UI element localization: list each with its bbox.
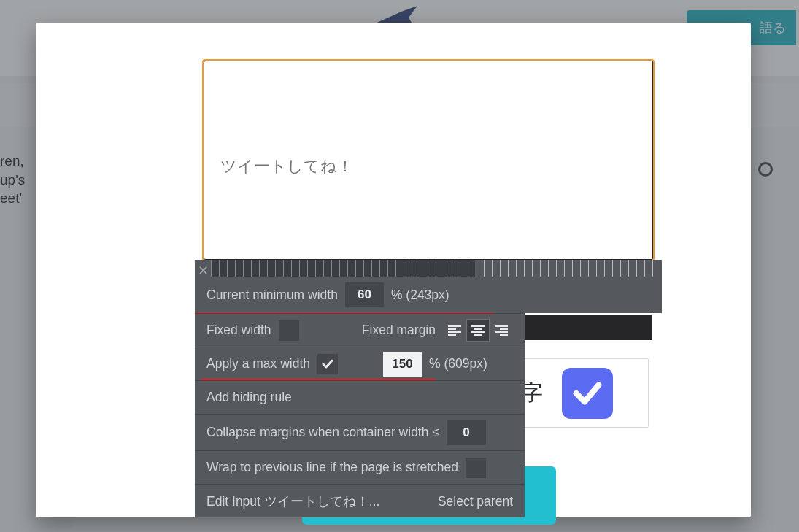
check-icon xyxy=(571,377,604,410)
row-wrap-previous: Wrap to previous line if the page is str… xyxy=(195,450,525,484)
max-width-suffix: % (609px) xyxy=(429,356,487,371)
row-add-hiding-rule[interactable]: Add hiding rule xyxy=(195,380,525,414)
svg-rect-11 xyxy=(500,334,508,336)
fixed-width-checkbox[interactable] xyxy=(279,320,299,341)
character-count-box: 字 xyxy=(510,358,649,428)
panel-section-width: Current minimum width % (243px) xyxy=(195,260,662,313)
wrap-previous-label: Wrap to previous line if the page is str… xyxy=(206,460,458,475)
svg-rect-7 xyxy=(474,334,482,336)
min-width-label: Current minimum width xyxy=(206,288,338,303)
svg-rect-6 xyxy=(471,331,485,333)
row-collapse-margins: Collapse margins when container width ≤ xyxy=(195,414,525,450)
max-width-checkbox[interactable] xyxy=(317,354,338,374)
svg-rect-8 xyxy=(495,325,508,327)
add-hiding-rule-label: Add hiding rule xyxy=(206,390,292,405)
align-left-button[interactable] xyxy=(443,319,466,342)
close-icon[interactable]: ✕ xyxy=(198,263,209,279)
svg-rect-0 xyxy=(448,325,461,327)
svg-rect-4 xyxy=(471,325,485,327)
edit-input-link[interactable]: Edit Input ツイートしてね！... xyxy=(206,493,379,510)
width-ruler[interactable] xyxy=(211,260,657,277)
svg-rect-5 xyxy=(474,328,482,330)
align-center-button[interactable] xyxy=(466,319,490,342)
wrap-previous-checkbox[interactable] xyxy=(466,458,486,478)
align-right-icon xyxy=(495,325,508,336)
select-parent-link[interactable]: Select parent xyxy=(438,494,513,509)
alignment-group xyxy=(443,319,513,342)
responsive-panel: ✕ Current minimum width % (243px) Fixed … xyxy=(195,260,525,517)
svg-rect-1 xyxy=(448,328,456,330)
tweet-input[interactable] xyxy=(204,61,653,260)
svg-rect-3 xyxy=(448,334,456,336)
svg-rect-2 xyxy=(448,331,461,333)
collapse-margins-label: Collapse margins when container width ≤ xyxy=(206,425,439,440)
max-width-label: Apply a max width xyxy=(206,356,310,371)
min-width-suffix: % (243px) xyxy=(391,288,449,303)
fixed-margin-label: Fixed margin xyxy=(362,323,436,338)
fixed-width-label: Fixed width xyxy=(206,323,271,338)
align-right-button[interactable] xyxy=(490,319,513,342)
row-footer: Edit Input ツイートしてね！... Select parent xyxy=(195,484,525,517)
check-icon xyxy=(321,358,334,371)
svg-rect-9 xyxy=(500,328,508,330)
align-left-icon xyxy=(448,325,461,336)
min-width-input[interactable] xyxy=(345,282,384,307)
row-max-width: Apply a max width % (609px) xyxy=(195,347,525,380)
modal: 字 ✕ Current minimum width % (243px) Fixe… xyxy=(36,23,751,517)
submit-check-button[interactable] xyxy=(562,368,613,419)
row-fixed-width: Fixed width Fixed margin xyxy=(195,313,525,347)
max-width-input[interactable] xyxy=(383,352,422,377)
collapse-margins-input[interactable] xyxy=(447,420,486,445)
svg-rect-10 xyxy=(495,331,508,333)
align-center-icon xyxy=(471,325,485,336)
